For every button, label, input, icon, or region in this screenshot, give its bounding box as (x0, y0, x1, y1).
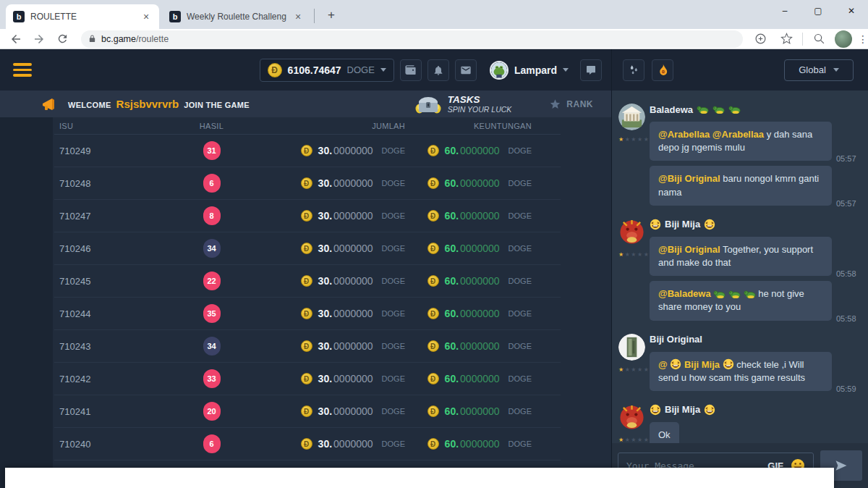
chat-username-text: Biji Original (650, 334, 702, 345)
bet-amount: 30. (318, 275, 332, 287)
window-close-button[interactable]: ✕ (835, 0, 868, 22)
issue-cell: 710244 (54, 308, 170, 319)
profit-amount-zeros: 0000000 (460, 145, 500, 156)
tab-close-icon[interactable]: × (292, 11, 304, 22)
rain-button[interactable] (623, 59, 644, 81)
rank-star-icon (549, 98, 561, 110)
star-filled-icon: ★ (618, 251, 625, 258)
menu-hamburger-icon[interactable] (13, 63, 32, 77)
bet-amount-cell: Ð30.0000000DOGE (253, 177, 405, 189)
chat-channel-dropdown[interactable]: Global (784, 59, 854, 81)
profit-currency: DOGE (509, 374, 532, 383)
profit-amount-zeros: 0000000 (460, 373, 500, 384)
profit-amount-cell: Ð60.0000000DOGE (405, 405, 561, 417)
tab-weekly-challenge[interactable]: b Weekly Roulette Challenge - Win × (162, 4, 311, 29)
doge-coin-icon: Ð (301, 438, 312, 450)
result-cell: 6 (170, 174, 253, 193)
reload-icon[interactable] (52, 30, 72, 48)
tab-roulette[interactable]: b ROULETTE × (6, 4, 159, 29)
profit-amount: 60. (445, 243, 459, 254)
zoom-page-icon[interactable] (750, 30, 770, 48)
speech-bubble-icon (587, 66, 595, 75)
chat-message: ★★★★★Biji Original@ Biji Mija check tele… (612, 332, 862, 391)
mention-link[interactable]: Biji Mija (684, 359, 720, 370)
chat-username[interactable]: Biji Original (650, 332, 862, 347)
table-row[interactable]: 7102406Ð30.0000000DOGEÐ60.0000000DOGE (54, 428, 561, 460)
window-maximize-button[interactable]: ▢ (801, 0, 835, 22)
chat-avatar[interactable] (618, 404, 645, 431)
table-row[interactable]: 71024435Ð30.0000000DOGEÐ60.0000000DOGE (54, 298, 561, 330)
result-cell: 34 (170, 239, 253, 258)
back-icon[interactable] (6, 30, 26, 48)
bet-amount: 30. (318, 308, 332, 319)
notifications-button[interactable] (427, 59, 449, 81)
result-badge: 31 (203, 141, 221, 160)
balance-selector[interactable]: Ð 6106.74647 DOGE (260, 59, 394, 82)
table-row[interactable]: 7102486Ð30.0000000DOGEÐ60.0000000DOGE (54, 167, 561, 200)
star-empty-icon: ★ (631, 251, 637, 258)
chat-username[interactable]: Biji Mija (650, 217, 862, 232)
chat-avatar[interactable] (618, 219, 645, 245)
profit-currency: DOGE (509, 244, 532, 253)
lock-icon (88, 34, 96, 43)
profit-currency: DOGE (509, 309, 532, 318)
wallet-button[interactable] (400, 59, 422, 81)
result-cell: 34 (170, 337, 253, 356)
browser-menu-icon[interactable]: ⋮ (858, 33, 868, 45)
chat-avatar[interactable] (618, 104, 645, 130)
new-tab-button[interactable]: + (323, 7, 340, 24)
chat-username[interactable]: Biji Mija (650, 403, 862, 417)
star-empty-icon: ★ (637, 136, 644, 143)
doge-coin-icon: Ð (427, 340, 439, 352)
bottom-overlay-panel (5, 468, 834, 488)
chat-message: ★★★★★Biji MijaOk05:59 (612, 403, 862, 443)
bubble-row: @Biji Original baru nongol kmrn ganti na… (650, 166, 862, 205)
table-row[interactable]: 71024634Ð30.0000000DOGEÐ60.0000000DOGE (54, 232, 561, 265)
mention-link[interactable]: @Arabellaa (712, 129, 764, 140)
profit-amount-cell: Ð60.0000000DOGE (405, 308, 561, 319)
forward-icon[interactable] (29, 30, 49, 48)
col-header-profit: KEUNTUNGAN (405, 122, 561, 130)
table-row[interactable]: 71024120Ð30.0000000DOGEÐ60.0000000DOGE (54, 395, 561, 428)
window-minimize-button[interactable]: – (768, 0, 801, 22)
bet-amount: 30. (318, 210, 332, 222)
bet-currency: DOGE (382, 374, 405, 383)
profit-amount-cell: Ð60.0000000DOGE (405, 373, 561, 384)
welcome-ticker: WELCOME Rsjsbvvrvrb JOIN THE GAME (68, 98, 250, 110)
mention-link[interactable]: @Biji Original (658, 244, 720, 255)
bet-currency: DOGE (382, 309, 405, 318)
star-empty-icon: ★ (644, 366, 650, 373)
search-icon[interactable] (809, 30, 829, 48)
table-row[interactable]: 71024522Ð30.0000000DOGEÐ60.0000000DOGE (54, 265, 561, 298)
address-bar[interactable]: bc.game/roulette (81, 30, 743, 48)
user-rating: ★★★★★ (618, 136, 650, 143)
tab-close-icon[interactable]: × (140, 11, 152, 22)
rank-button[interactable]: RANK (549, 98, 593, 110)
chat-avatar[interactable] (618, 334, 645, 361)
tasks-button[interactable]: TASKS SPIN YOUR LUCK (415, 93, 512, 115)
coin-drop-button[interactable]: Ð (652, 59, 673, 81)
mention-link[interactable]: @Biji Original (658, 173, 720, 184)
doge-coin-icon: Ð (427, 177, 439, 189)
mention-link[interactable]: @Baladewa (658, 288, 711, 299)
welcome-banner: WELCOME Rsjsbvvrvrb JOIN THE GAME TASKS … (0, 91, 611, 117)
chat-username[interactable]: Baladewa (650, 102, 862, 117)
bet-amount-zeros: 0000000 (333, 438, 373, 450)
table-row[interactable]: 71024233Ð30.0000000DOGEÐ60.0000000DOGE (54, 363, 561, 395)
mention-link[interactable]: @ (658, 359, 668, 370)
star-empty-icon: ★ (631, 136, 637, 143)
table-row[interactable]: 71024931Ð30.0000000DOGEÐ60.0000000DOGE (54, 135, 561, 167)
user-menu[interactable]: Lampard (490, 61, 569, 80)
mail-button[interactable] (455, 59, 477, 81)
mention-link[interactable]: @Arabellaa (658, 129, 710, 140)
table-row[interactable]: 71024334Ð30.0000000DOGEÐ60.0000000DOGE (54, 330, 561, 363)
profit-amount-zeros: 0000000 (460, 243, 500, 254)
chat-toggle-button[interactable] (580, 59, 602, 81)
table-row[interactable]: 7102478Ð30.0000000DOGEÐ60.0000000DOGE (54, 200, 561, 232)
result-badge: 34 (203, 337, 221, 356)
bookmark-star-icon[interactable] (776, 30, 796, 48)
profit-currency: DOGE (509, 211, 532, 220)
browser-profile-avatar[interactable] (835, 30, 852, 48)
doge-coin-icon: Ð (427, 243, 439, 254)
user-rating: ★★★★★ (618, 437, 650, 443)
